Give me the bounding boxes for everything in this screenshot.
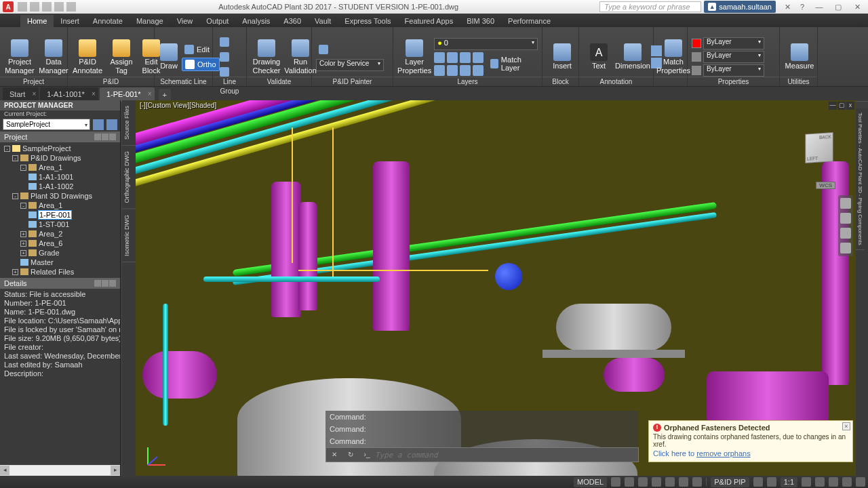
tree-node[interactable]: -Area_1 xyxy=(0,163,120,172)
color-swatch[interactable] xyxy=(692,39,701,48)
command-line[interactable]: ✕ ↻ ›_ xyxy=(326,447,639,462)
measure-button[interactable]: Measure xyxy=(784,43,815,70)
linetype-dropdown[interactable]: ByLayer xyxy=(703,64,764,77)
3dosnap-toggle-icon[interactable] xyxy=(679,477,688,487)
clean-screen-icon[interactable] xyxy=(842,477,852,487)
tool-palette-tab[interactable]: Tool Palettes - AutoCAD Plant 3D - Pipin… xyxy=(856,108,865,250)
tree-node[interactable]: 1-PE-001 xyxy=(0,210,120,220)
painter-apply-button[interactable] xyxy=(316,43,384,56)
pid-annotate-button[interactable]: P&IDAnnotate xyxy=(72,39,103,75)
snap-toggle-icon[interactable] xyxy=(625,477,634,487)
pm-tool1-icon[interactable] xyxy=(93,119,104,130)
tab-close-icon[interactable]: × xyxy=(92,89,96,100)
pm-hscroll[interactable]: ◂▸ xyxy=(0,465,120,476)
ribbon-tab-output[interactable]: Output xyxy=(199,15,235,27)
add-tab-button[interactable]: + xyxy=(159,89,171,101)
insert-block-button[interactable]: Insert xyxy=(547,43,578,70)
tree-node[interactable]: 1-A1-1002 xyxy=(0,182,120,191)
navigation-bar[interactable] xyxy=(838,195,853,256)
ribbon-tab-view[interactable]: View xyxy=(170,15,200,27)
customize-icon[interactable] xyxy=(856,477,865,487)
ribbon-tab-analysis[interactable]: Analysis xyxy=(235,15,277,27)
tree-node[interactable]: Master xyxy=(0,258,120,267)
draw-line-button[interactable]: Draw xyxy=(159,43,179,70)
ribbon-tab-manage[interactable]: Manage xyxy=(130,15,170,27)
ribbon-tab-featured-apps[interactable]: Featured Apps xyxy=(398,15,460,27)
ribbon-tab-performance[interactable]: Performance xyxy=(501,15,557,27)
assign-tag-button[interactable]: AssignTag xyxy=(106,39,137,75)
model-viewport[interactable]: [-][Custom View][Shaded] —▢x BACKLEFT WC… xyxy=(136,100,856,476)
data-manager-button[interactable]: DataManager xyxy=(38,39,69,75)
tree-node[interactable]: 1-ST-001 xyxy=(0,220,120,229)
dimension-button[interactable]: Dimension xyxy=(617,43,648,70)
cmd-recent-icon[interactable]: ↻ xyxy=(345,449,356,460)
qat-save-icon[interactable] xyxy=(42,2,52,12)
command-input[interactable] xyxy=(375,451,638,460)
side-tab[interactable]: Orthographic DWG xyxy=(122,146,136,209)
text-button[interactable]: AText xyxy=(583,43,614,70)
viewcube[interactable]: BACKLEFT xyxy=(799,127,840,168)
app-logo[interactable]: A xyxy=(3,1,14,12)
layer-dropdown[interactable]: ● 0 xyxy=(434,38,538,50)
maximize-button[interactable]: ▢ xyxy=(830,1,846,13)
layer-properties-button[interactable]: LayerProperties xyxy=(397,39,431,75)
ribbon-tab-bim-360[interactable]: BIM 360 xyxy=(460,15,501,27)
tree-node[interactable]: 1-A1-1001 xyxy=(0,172,120,182)
ribbon-tab-insert[interactable]: Insert xyxy=(54,15,86,27)
cmd-close-icon[interactable]: ✕ xyxy=(329,449,340,460)
tree-node[interactable]: -P&ID Drawings xyxy=(0,153,120,163)
anno-monitor-icon[interactable] xyxy=(767,477,776,487)
qat-undo-icon[interactable] xyxy=(54,2,64,12)
keyword-search[interactable]: Type a keyword or phrase xyxy=(599,1,701,12)
doc-tab[interactable]: Start× xyxy=(3,87,39,101)
doc-tab[interactable]: 1-PE-001*× xyxy=(100,87,155,101)
nav-pan-icon[interactable] xyxy=(840,213,851,224)
ribbon-tab-vault[interactable]: Vault xyxy=(308,15,338,27)
vp-min-icon[interactable]: — xyxy=(829,102,837,110)
tab-close-icon[interactable]: × xyxy=(32,89,36,100)
nav-orbit-icon[interactable] xyxy=(840,243,851,253)
anno-scale[interactable]: 1:1 xyxy=(781,477,797,487)
color-dropdown[interactable]: ByLayer xyxy=(703,37,764,49)
qat-new-icon[interactable] xyxy=(18,2,27,12)
exchange-icon[interactable]: ✕ xyxy=(781,1,793,13)
tree-node[interactable]: -Area_1 xyxy=(0,201,120,210)
user-menu[interactable]: ▲samaah.sultaan xyxy=(704,1,776,13)
pm-collapse-icon[interactable] xyxy=(94,134,101,140)
nav-zoom-icon[interactable] xyxy=(840,228,851,239)
tree-node[interactable]: +Related Files xyxy=(0,267,120,277)
polar-toggle-icon[interactable] xyxy=(652,477,661,487)
tree-node[interactable]: +Area_6 xyxy=(0,239,120,248)
tree-node[interactable]: +Grade xyxy=(0,248,120,258)
color-by-dropdown[interactable]: Color by Service xyxy=(316,59,384,71)
tree-node[interactable]: -Plant 3D Drawings xyxy=(0,191,120,201)
tree-node[interactable]: +Area_2 xyxy=(0,229,120,239)
linegroup-btn2[interactable] xyxy=(217,50,232,64)
hw-accel-icon[interactable] xyxy=(815,477,825,487)
qat-redo-icon[interactable] xyxy=(66,2,76,12)
workspace-icon[interactable] xyxy=(753,477,763,487)
side-tab[interactable]: Source Files xyxy=(122,100,136,146)
match-layer-button[interactable]: Match Layer xyxy=(488,57,538,70)
pm-tool2-icon[interactable] xyxy=(106,119,117,130)
project-manager-button[interactable]: ProjectManager xyxy=(4,39,35,75)
viewport-label[interactable]: [-][Custom View][Shaded] xyxy=(140,102,216,109)
workspace-switch-icon[interactable] xyxy=(802,477,811,487)
ortho-toggle-icon[interactable] xyxy=(638,477,648,487)
qat-open-icon[interactable] xyxy=(30,2,39,12)
ribbon-tab-home[interactable]: Home xyxy=(20,15,54,27)
notification-link[interactable]: Click here to remove orphans xyxy=(653,449,848,458)
drawing-checker-button[interactable]: DrawingChecker xyxy=(251,39,282,75)
lineweight-swatch[interactable] xyxy=(692,52,701,62)
nav-wheel-icon[interactable] xyxy=(840,198,851,209)
help-icon[interactable]: ? xyxy=(796,1,808,13)
otrack-toggle-icon[interactable] xyxy=(692,477,702,487)
ribbon-tab-annotate[interactable]: Annotate xyxy=(86,15,130,27)
ribbon-tab-express-tools[interactable]: Express Tools xyxy=(338,15,397,27)
notification-close-icon[interactable]: × xyxy=(842,422,850,430)
tree-node[interactable]: -SampleProject xyxy=(0,144,120,153)
match-properties-button[interactable]: MatchProperties xyxy=(658,39,689,75)
close-button[interactable]: ✕ xyxy=(849,1,865,13)
vp-max-icon[interactable]: ▢ xyxy=(837,102,846,110)
linetype-swatch[interactable] xyxy=(692,66,701,75)
